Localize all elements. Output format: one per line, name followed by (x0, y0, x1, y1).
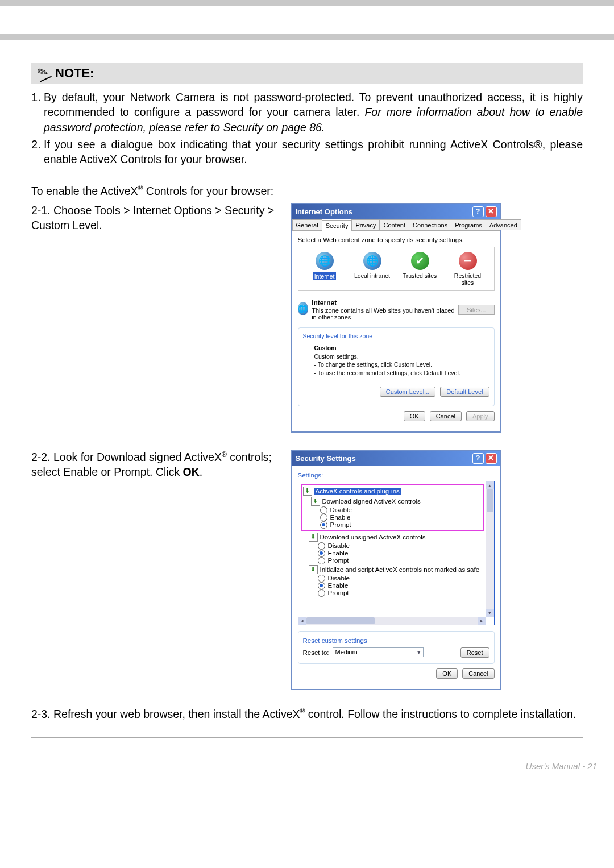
note-item-1: By default, your Network Camera is not p… (44, 90, 583, 135)
plugin-icon: ⬇ (309, 533, 318, 542)
globe-icon: 🌐 (316, 252, 334, 270)
horizontal-scrollbar[interactable]: ◂ ▸ (298, 617, 486, 625)
selected-zone-name: Internet (312, 299, 337, 307)
plugin-icon: ⬇ (303, 487, 312, 496)
brand-label: VIVOTEK (555, 26, 597, 35)
radio-enable[interactable]: Enable (301, 582, 484, 589)
zone-restricted[interactable]: ━ Restricted sites (448, 252, 488, 286)
zone-local-intranet[interactable]: 🌐 Local intranet (352, 252, 392, 286)
zone-instruction: Select a Web content zone to specify its… (298, 236, 495, 243)
reset-button[interactable]: Reset (460, 647, 489, 658)
tab-privacy[interactable]: Privacy (351, 219, 380, 230)
radio-disable[interactable]: Disable (301, 542, 484, 550)
pencil-icon: ✎ (35, 64, 52, 82)
ok-button[interactable]: OK (404, 411, 425, 421)
step-2-2: 2-2. Look for Download signed ActiveX® c… (31, 450, 280, 480)
dialog1-title: Internet Options (296, 207, 352, 216)
check-icon: ✔ (411, 252, 429, 270)
scroll-down-icon[interactable]: ▾ (486, 609, 494, 617)
zone-internet[interactable]: 🌐 Internet (305, 252, 345, 286)
tab-connections[interactable]: Connections (409, 219, 451, 230)
reset-select[interactable]: Medium ▾ (333, 647, 424, 657)
plugin-icon: ⬇ (311, 497, 320, 506)
tab-content[interactable]: Content (379, 219, 409, 230)
help-icon[interactable]: ? (472, 453, 484, 464)
radio-disable[interactable]: Disable (301, 575, 484, 582)
radio-enable[interactable]: Enable (301, 550, 484, 557)
security-level-group: Security level for this zone Custom Cust… (298, 327, 495, 406)
step-2-3: 2-3. Refresh your web browser, then inst… (31, 707, 583, 721)
radio-prompt[interactable]: Prompt (301, 589, 484, 597)
radio-prompt[interactable]: Prompt (301, 557, 484, 564)
security-settings-dialog: Security Settings ? ✕ Settings: ⬇ActiveX… (291, 450, 501, 690)
step-2-1: 2-1. Choose Tools > Internet Options > S… (31, 203, 280, 233)
selected-zone-desc: This zone contains all Web sites you hav… (312, 307, 454, 321)
zones-row: 🌐 Internet 🌐 Local intranet ✔ Trusted si… (298, 247, 495, 291)
scroll-up-icon[interactable]: ▴ (486, 481, 494, 489)
note-header: ✎ NOTE: (31, 63, 583, 84)
note-item-2: If you see a dialogue box indicating tha… (44, 137, 583, 167)
tab-advanced[interactable]: Advanced (486, 219, 521, 230)
default-level-button[interactable]: Default Level (440, 387, 489, 397)
tab-security[interactable]: Security (322, 220, 352, 231)
chevron-down-icon: ▾ (417, 649, 421, 656)
radio-prompt[interactable]: Prompt (303, 521, 482, 529)
cancel-button[interactable]: Cancel (430, 411, 462, 421)
globe-icon: 🌐 (298, 302, 309, 315)
plugin-icon: ⬇ (309, 565, 318, 574)
radio-disable[interactable]: Disable (303, 506, 482, 514)
globe-icon: 🌐 (363, 252, 381, 270)
vertical-scrollbar[interactable]: ▴ ▾ (486, 481, 494, 617)
reset-to-label: Reset to: (303, 649, 329, 656)
radio-enable[interactable]: Enable (303, 514, 482, 521)
minus-icon: ━ (459, 252, 477, 270)
settings-tree[interactable]: ⬇ActiveX controls and plug-ins ⬇Download… (298, 481, 495, 625)
close-icon[interactable]: ✕ (486, 206, 497, 217)
cancel-button[interactable]: Cancel (462, 668, 494, 679)
dialog2-title: Security Settings (296, 454, 356, 463)
footer-page-number: User's Manual - 21 (0, 738, 614, 788)
tabs: General Security Privacy Content Connect… (292, 219, 500, 231)
zone-trusted[interactable]: ✔ Trusted sites (400, 252, 440, 286)
close-icon[interactable]: ✕ (486, 453, 497, 464)
ok-button[interactable]: OK (436, 668, 458, 679)
tab-programs[interactable]: Programs (451, 219, 486, 230)
apply-button[interactable]: Apply (466, 411, 495, 421)
note-list: By default, your Network Camera is not p… (31, 90, 583, 167)
note-title: NOTE: (55, 66, 94, 81)
scroll-left-icon[interactable]: ◂ (298, 617, 306, 625)
tab-general[interactable]: General (292, 219, 322, 230)
scroll-right-icon[interactable]: ▸ (478, 617, 486, 625)
enable-text: To enable the ActiveX® Controls for your… (31, 184, 583, 198)
reset-group: Reset custom settings Reset to: Medium ▾… (298, 631, 495, 664)
help-icon[interactable]: ? (472, 206, 484, 217)
sites-button: Sites... (458, 305, 495, 315)
internet-options-dialog: Internet Options ? ✕ General Security Pr… (291, 203, 501, 433)
custom-level-button[interactable]: Custom Level... (380, 387, 435, 397)
settings-label: Settings: (298, 472, 495, 479)
